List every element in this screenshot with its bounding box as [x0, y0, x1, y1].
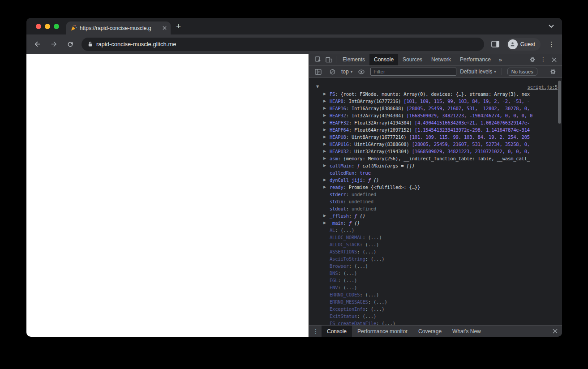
- drawer-close-icon[interactable]: [548, 326, 562, 337]
- lazy-value-ellipsis[interactable]: (...): [365, 242, 379, 247]
- console-settings-gear-icon[interactable]: [548, 66, 558, 77]
- side-panel-icon[interactable]: [490, 39, 501, 50]
- console-property-row-heap8[interactable]: ▶HEAP8: Int8Array(16777216) [101, 109, 1…: [309, 98, 562, 105]
- drawer-tab-performance-monitor[interactable]: Performance monitor: [352, 326, 413, 337]
- devtools-menu-kebab-icon[interactable]: ⋮: [538, 54, 549, 65]
- drawer-tab-coverage[interactable]: Coverage: [413, 326, 447, 337]
- close-window-button[interactable]: [36, 24, 41, 29]
- drawer-menu-kebab-icon[interactable]: ⋮: [309, 326, 322, 337]
- console-property-row-heapf64[interactable]: ▶HEAPF64: Float64Array(2097152) [1.15454…: [309, 126, 562, 133]
- devtools-tab-performance[interactable]: Performance: [455, 54, 495, 65]
- back-button[interactable]: [32, 39, 43, 50]
- clear-console-icon[interactable]: [327, 66, 338, 77]
- collapse-arrow-icon[interactable]: ▼: [316, 83, 322, 90]
- devtools-settings-gear-icon[interactable]: [527, 54, 538, 65]
- expand-arrow-icon[interactable]: ▶: [323, 212, 329, 219]
- favicon-icon: [70, 25, 77, 31]
- console-property-row-heapu8[interactable]: ▶HEAPU8: Uint8Array(16777216) [101, 109,…: [309, 133, 562, 141]
- expand-arrow-icon[interactable]: ▶: [323, 162, 329, 169]
- console-property-row-heapu16[interactable]: ▶HEAPU16: Uint16Array(8388608) [28005, 2…: [309, 141, 562, 148]
- expand-arrow-icon[interactable]: ▶: [323, 98, 329, 105]
- expand-arrow-icon[interactable]: ▶: [323, 176, 329, 184]
- property-name: Browser: [330, 263, 349, 269]
- drawer-tab-console[interactable]: Console: [322, 326, 352, 337]
- scrollbar-thumb[interactable]: [558, 81, 561, 124]
- live-expression-eye-icon[interactable]: [356, 66, 367, 77]
- tab-search-chevron-icon[interactable]: [549, 25, 554, 28]
- expand-arrow-icon[interactable]: ▶: [323, 148, 329, 155]
- devtools-close-icon[interactable]: [549, 54, 559, 65]
- devtools-tab-network[interactable]: Network: [427, 54, 455, 65]
- log-levels-selector[interactable]: Default levels ▾: [460, 69, 496, 75]
- property-name: FS: [330, 91, 335, 97]
- maximize-window-button[interactable]: [54, 24, 59, 29]
- browser-menu-icon[interactable]: ⋮: [546, 41, 557, 47]
- lazy-value-ellipsis[interactable]: (...): [382, 321, 395, 325]
- devtools-tab-elements[interactable]: Elements: [338, 54, 369, 65]
- property-name: ENV: [330, 285, 338, 290]
- expand-arrow-icon[interactable]: ▶: [323, 155, 329, 162]
- expand-arrow-icon[interactable]: ▶: [323, 141, 329, 148]
- lazy-value-ellipsis[interactable]: (...): [341, 227, 355, 233]
- expand-arrow-icon[interactable]: ▶: [323, 126, 329, 133]
- console-property-row-heap32[interactable]: ▶HEAP32: Int32Array(4194304) [1668509029…: [309, 112, 562, 119]
- lazy-value-ellipsis[interactable]: (...): [343, 278, 357, 283]
- lazy-value-ellipsis[interactable]: (...): [371, 306, 385, 312]
- expand-arrow-icon[interactable]: ▶: [323, 219, 329, 227]
- console-property-row-heapf32[interactable]: ▶HEAPF32: Float32Array(4194304) [4.49044…: [309, 119, 562, 126]
- console-property-row-dyncall-jiji[interactable]: ▶dynCall_jiji: ƒ (): [309, 176, 562, 184]
- tab-close-icon[interactable]: [163, 26, 167, 30]
- console-messages: ▼{ready: Promise, _main: ƒ, _fflush: ƒ, …: [309, 78, 562, 325]
- console-property-row-callmain[interactable]: ▶callMain: ƒ callMain(args = []): [309, 162, 562, 169]
- property-name: EGL: [330, 278, 338, 283]
- context-selector[interactable]: top ▾: [341, 69, 352, 75]
- minimize-window-button[interactable]: [45, 24, 50, 29]
- console-property-row--fflush[interactable]: ▶_fflush: ƒ (): [309, 212, 562, 219]
- more-tabs-button[interactable]: »: [495, 56, 506, 63]
- expand-arrow-icon[interactable]: ▶: [323, 119, 329, 126]
- lazy-value-ellipsis[interactable]: (...): [368, 235, 382, 240]
- console-property-row-stdin: stdin: undefined: [309, 198, 562, 205]
- lazy-value-ellipsis[interactable]: (...): [343, 270, 357, 276]
- drawer-tab-what-s-new[interactable]: What's New: [447, 326, 486, 337]
- devtools-tab-console[interactable]: Console: [369, 54, 398, 65]
- reload-button[interactable]: [65, 39, 76, 50]
- browser-tab[interactable]: https://rapid-concise-muscle.g: [66, 21, 171, 34]
- console-log-summary[interactable]: ▼{ready: Promise, _main: ƒ, _fflush: ƒ, …: [309, 83, 562, 90]
- console-property-row-heapu32[interactable]: ▶HEAPU32: Uint32Array(4194304) [16685090…: [309, 148, 562, 155]
- profile-button[interactable]: Guest: [506, 38, 541, 51]
- forward-button[interactable]: [48, 39, 59, 50]
- console-property-row-heap16[interactable]: ▶HEAP16: Int16Array(8388608) [28005, 254…: [309, 105, 562, 112]
- lazy-value-ellipsis[interactable]: (...): [354, 263, 368, 269]
- console-property-row-asm[interactable]: ▶asm: {memory: Memory(256), __indirect_f…: [309, 155, 562, 162]
- lazy-value-ellipsis[interactable]: (...): [362, 249, 376, 254]
- console-sidebar-icon[interactable]: [313, 66, 323, 77]
- devtools-tab-sources[interactable]: Sources: [398, 54, 427, 65]
- property-name: HEAPF32: [330, 120, 349, 125]
- property-name: asm: [330, 156, 338, 161]
- new-tab-button[interactable]: +: [176, 22, 181, 30]
- console-property-row-stdout: stdout: undefined: [309, 205, 562, 212]
- console-property-row--main[interactable]: ▶_main: ƒ (): [309, 219, 562, 227]
- expand-arrow-icon[interactable]: ▶: [323, 133, 329, 141]
- expand-arrow-icon[interactable]: ▶: [323, 90, 329, 98]
- lazy-value-ellipsis[interactable]: (...): [365, 292, 379, 297]
- expand-arrow-icon[interactable]: ▶: [323, 112, 329, 119]
- source-link[interactable]: script.js:5: [528, 83, 558, 90]
- device-toolbar-icon[interactable]: [323, 54, 334, 65]
- property-name: HEAPU32: [330, 149, 349, 154]
- expand-arrow-icon[interactable]: ▶: [323, 105, 329, 112]
- lazy-value-ellipsis[interactable]: (...): [373, 299, 387, 305]
- filter-input[interactable]: [370, 68, 456, 76]
- url-bar[interactable]: rapid-concise-muscle.glitch.me: [82, 38, 484, 51]
- console-property-row-ready[interactable]: ▶ready: Promise {<fulfilled>: {…}}: [309, 184, 562, 191]
- console-property-row-fs[interactable]: ▶FS: {root: FSNode, mounts: Array(0), de…: [309, 90, 562, 98]
- expand-arrow-icon[interactable]: ▶: [323, 184, 329, 191]
- lazy-value-ellipsis[interactable]: (...): [343, 285, 357, 290]
- tab-title: https://rapid-concise-muscle.g: [80, 25, 160, 31]
- inspect-element-icon[interactable]: [313, 54, 323, 65]
- lazy-value-ellipsis[interactable]: (...): [362, 313, 376, 319]
- issues-counter[interactable]: No Issues: [507, 68, 537, 76]
- lazy-value-ellipsis[interactable]: (...): [371, 256, 385, 262]
- console-property-row-stderr: stderr: undefined: [309, 191, 562, 198]
